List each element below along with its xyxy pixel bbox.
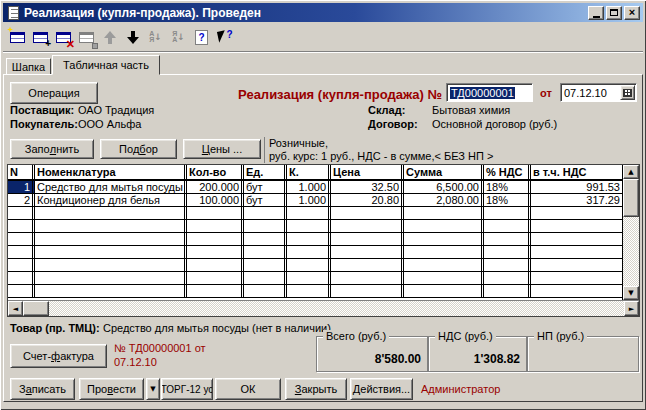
context-help-icon[interactable]: ? [214, 27, 235, 48]
cell-price[interactable] [331, 220, 404, 232]
cell-vat_amount[interactable] [531, 233, 622, 245]
cell-n[interactable]: 2 [8, 194, 35, 206]
table-empty-row[interactable] [8, 220, 622, 233]
cell-price[interactable] [331, 259, 404, 271]
cell-n[interactable] [8, 246, 35, 258]
cell-vat_amount[interactable] [531, 246, 622, 258]
table-empty-row[interactable] [8, 246, 622, 259]
cell-vat[interactable] [484, 285, 531, 297]
torg12-button[interactable]: ТОРГ-12 ус [161, 378, 213, 400]
cell-k[interactable]: 1.000 [287, 181, 331, 193]
table-empty-row[interactable] [8, 207, 622, 220]
cell-unit[interactable] [244, 246, 287, 258]
cell-unit[interactable] [244, 272, 287, 284]
cell-name[interactable] [35, 220, 187, 232]
cell-vat[interactable] [484, 246, 531, 258]
cell-name[interactable]: Средство для мытья посуды [35, 181, 187, 193]
cell-vat_amount[interactable]: 991.53 [531, 181, 622, 193]
table-empty-row[interactable] [8, 285, 622, 298]
cell-k[interactable] [287, 272, 331, 284]
column-header-vat[interactable]: % НДС [484, 165, 531, 179]
cell-price[interactable] [331, 233, 404, 245]
cell-k[interactable] [287, 220, 331, 232]
table-empty-row[interactable] [8, 272, 622, 285]
sort-asc-icon[interactable]: АЯ↓ [145, 27, 166, 48]
cell-qty[interactable] [187, 220, 244, 232]
maximize-button[interactable] [606, 6, 622, 20]
cell-sum[interactable]: 6,500.00 [404, 181, 484, 193]
post-button[interactable]: Провести [79, 378, 144, 400]
cell-qty[interactable] [187, 246, 244, 258]
scroll-down-button[interactable]: ▼ [623, 286, 639, 300]
cell-n[interactable]: 1 [8, 181, 35, 193]
column-header-k[interactable]: К. [287, 165, 331, 179]
doc-number-input[interactable]: ТД00000001 [446, 83, 533, 102]
cell-vat[interactable] [484, 220, 531, 232]
new-row-icon[interactable] [7, 27, 28, 48]
cell-k[interactable] [287, 233, 331, 245]
cell-sum[interactable] [404, 246, 484, 258]
column-header-price[interactable]: Цена [331, 165, 404, 179]
move-up-icon[interactable] [99, 27, 120, 48]
cell-name[interactable]: Кондиционер для белья [35, 194, 187, 206]
cell-sum[interactable] [404, 285, 484, 297]
cell-vat[interactable] [484, 233, 531, 245]
cell-unit[interactable] [244, 285, 287, 297]
cell-vat[interactable] [484, 272, 531, 284]
cell-price[interactable]: 20.80 [331, 194, 404, 206]
help-icon[interactable]: ? [191, 27, 212, 48]
column-header-name[interactable]: Номенклатура [35, 165, 187, 179]
cell-vat_amount[interactable] [531, 220, 622, 232]
table-empty-row[interactable] [8, 259, 622, 272]
cell-price[interactable]: 32.50 [331, 181, 404, 193]
cell-qty[interactable]: 100.000 [187, 194, 244, 206]
table-empty-row[interactable] [8, 233, 622, 246]
doc-date-input[interactable]: 07.12.10 [560, 83, 637, 102]
prices-button[interactable]: Цены ... [183, 139, 261, 159]
cell-sum[interactable] [404, 220, 484, 232]
cell-qty[interactable]: 200.000 [187, 181, 244, 193]
cell-name[interactable] [35, 207, 187, 219]
scroll-up-button[interactable]: ▲ [623, 165, 639, 179]
cell-vat[interactable]: 18% [484, 181, 531, 193]
cell-unit[interactable] [244, 259, 287, 271]
cell-unit[interactable] [244, 207, 287, 219]
cell-name[interactable] [35, 259, 187, 271]
vertical-scrollbar[interactable]: ▲ ▼ [623, 165, 639, 300]
table-row[interactable]: 2Кондиционер для белья100.000бут1.00020.… [8, 194, 622, 207]
cell-unit[interactable] [244, 220, 287, 232]
fill-button[interactable]: Заполнить [10, 139, 94, 159]
cell-k[interactable] [287, 259, 331, 271]
cell-vat[interactable]: 18% [484, 194, 531, 206]
cell-n[interactable] [8, 207, 35, 219]
column-header-unit[interactable]: Ед. [244, 165, 287, 179]
post-menu-button[interactable]: ▼ [146, 378, 160, 400]
column-header-n[interactable]: N [8, 165, 35, 179]
scroll-left-button[interactable]: ◄ [8, 301, 23, 316]
cell-qty[interactable] [187, 259, 244, 271]
cell-qty[interactable] [187, 285, 244, 297]
cell-n[interactable] [8, 285, 35, 297]
cell-sum[interactable] [404, 233, 484, 245]
cell-vat_amount[interactable] [531, 272, 622, 284]
move-down-icon[interactable] [122, 27, 143, 48]
cell-unit[interactable]: бут [244, 194, 287, 206]
cell-sum[interactable] [404, 272, 484, 284]
cell-price[interactable] [331, 272, 404, 284]
delete-row-icon[interactable]: ✕ [53, 27, 74, 48]
cell-qty[interactable] [187, 207, 244, 219]
title-bar[interactable]: Реализация (купля-продажа). Проведен × [3, 3, 643, 22]
cell-k[interactable] [287, 246, 331, 258]
ok-button[interactable]: ОК [215, 378, 281, 400]
column-header-vat_amount[interactable]: в т.ч. НДС [531, 165, 622, 179]
cell-unit[interactable]: бут [244, 181, 287, 193]
cell-vat_amount[interactable] [531, 259, 622, 271]
sort-desc-icon[interactable]: ЯА↓ [168, 27, 189, 48]
cell-name[interactable] [35, 272, 187, 284]
cell-n[interactable] [8, 272, 35, 284]
cell-vat[interactable] [484, 259, 531, 271]
cell-price[interactable] [331, 285, 404, 297]
horizontal-scroll-thumb[interactable] [23, 301, 49, 316]
cell-qty[interactable] [187, 272, 244, 284]
cell-k[interactable]: 1.000 [287, 194, 331, 206]
